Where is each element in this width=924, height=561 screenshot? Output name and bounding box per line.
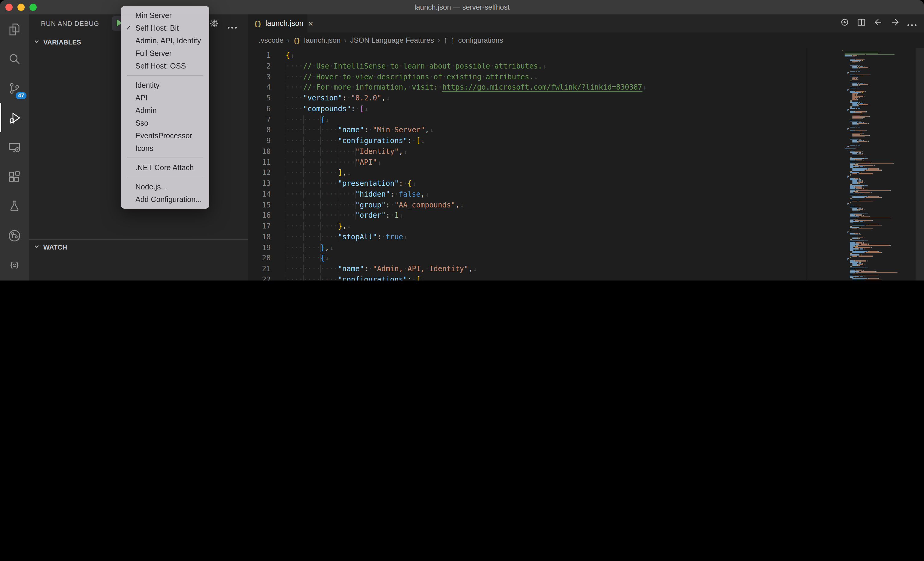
search-icon[interactable] [0, 44, 29, 73]
line-number: 20 [248, 253, 278, 264]
menu-item-label: Min Server [135, 11, 172, 19]
minimap-line [842, 154, 916, 155]
code-line[interactable]: ····//·For·more·information,·visit:·http… [286, 83, 842, 94]
back-icon[interactable] [873, 18, 883, 30]
debug-gear-icon[interactable] [209, 19, 219, 30]
minimap-line [842, 224, 916, 226]
line-number: 1 [248, 51, 278, 61]
line-number-gutter[interactable]: 1234567891011121314151617181920212223242… [248, 51, 278, 280]
git-graph-icon[interactable] [0, 221, 29, 250]
split-editor-icon[interactable] [856, 18, 866, 30]
code-line[interactable]: ················"order":·1↓ [286, 211, 842, 221]
views-more-icon[interactable] [227, 22, 237, 31]
breadcrumb-configurations[interactable]: configurations [458, 36, 503, 45]
code-line[interactable]: ············"presentation":·{↓ [286, 179, 842, 189]
menu-item-admin-api-identity[interactable]: Admin, API, Identity [121, 34, 209, 47]
menu-item-icons[interactable]: Icons [121, 142, 209, 154]
breadcrumb-launch-json[interactable]: launch.json [304, 36, 340, 45]
menu-item-full-server[interactable]: Full Server [121, 47, 209, 60]
minimap-line [842, 159, 916, 160]
minimap-line [842, 157, 916, 157]
minimap-line [842, 219, 916, 220]
minimap[interactable] [842, 51, 916, 280]
overview-ruler[interactable] [916, 48, 924, 280]
code-line[interactable]: ········{↓ [286, 253, 842, 264]
code-line[interactable]: ················"API"↓ [286, 157, 842, 168]
minimap-line [842, 53, 916, 54]
minimap-line [842, 253, 916, 254]
run-and-debug-icon[interactable] [0, 103, 29, 132]
code-line[interactable]: ············"name":·"Min·Server",↓ [286, 126, 842, 136]
watch-section-header[interactable]: WATCH [29, 240, 248, 254]
minimap-line [842, 147, 916, 148]
menu-item-identity[interactable]: Identity [121, 79, 209, 91]
code-line[interactable]: ····//·Use·IntelliSense·to·learn·about·p… [286, 61, 842, 72]
minimap-line [842, 54, 916, 55]
extensions-icon[interactable] [0, 162, 29, 191]
code-line[interactable]: ············"name":·"Admin,·API,·Identit… [286, 264, 842, 275]
code-line[interactable]: ············"configurations":·[↓ [286, 275, 842, 281]
breadcrumb-json-language-features[interactable]: JSON Language Features [350, 36, 434, 45]
minimap-line [842, 124, 916, 126]
menu-item-node-js[interactable]: Node.js... [121, 180, 209, 193]
code-line[interactable]: ················"Identity",↓ [286, 147, 842, 157]
explorer-icon[interactable] [0, 15, 29, 44]
code-line[interactable]: ········{↓ [286, 115, 842, 126]
menu-separator [127, 157, 203, 158]
minimap-line [842, 263, 916, 264]
code-line[interactable]: ············},↓ [286, 221, 842, 232]
live-share-icon[interactable] [0, 280, 29, 280]
minimap-line [842, 268, 916, 268]
minimap-line [842, 128, 916, 129]
menu-item-sso[interactable]: Sso [121, 117, 209, 129]
code-line[interactable]: ················"hidden":·false,↓ [286, 189, 842, 200]
menu-item-eventsprocessor[interactable]: EventsProcessor [121, 129, 209, 142]
minimap-line [842, 127, 916, 128]
tab-close-icon[interactable]: × [308, 19, 313, 28]
code-line[interactable]: ········},↓ [286, 242, 842, 253]
code-line[interactable]: ················"group":·"AA_compounds",… [286, 200, 842, 211]
remote-explorer-icon[interactable] [0, 132, 29, 162]
menu-item-label: Identity [135, 81, 160, 89]
menu-item-admin[interactable]: Admin [121, 104, 209, 117]
code-line[interactable]: ············"stopAll":·true↓ [286, 232, 842, 243]
minimap-line [842, 166, 916, 167]
line-number: 14 [248, 189, 278, 200]
minimap-line [842, 134, 916, 135]
forward-icon[interactable] [890, 18, 900, 30]
minimap-line [842, 200, 916, 200]
code-line[interactable]: {↓ [286, 51, 842, 61]
code-line[interactable]: ············"configurations":·[↓ [286, 136, 842, 147]
minimap-line [842, 164, 916, 165]
minimap-line [842, 132, 916, 133]
minimap-line [842, 141, 916, 142]
code-line[interactable]: ····//·Hover·to·view·descriptions·of·exi… [286, 72, 842, 83]
watch-section: WATCH [29, 239, 248, 254]
menu-item-min-server[interactable]: Min Server [121, 9, 209, 22]
test-beaker-icon[interactable] [0, 191, 29, 221]
code-line[interactable]: ············],↓ [286, 168, 842, 179]
menu-item-self-host-oss[interactable]: Self Host: OSS [121, 60, 209, 72]
tab-launch-json[interactable]: {} launch.json × [248, 15, 308, 33]
menu-item-api[interactable]: API [121, 91, 209, 104]
code-line[interactable]: ····"version":·"0.2.0",↓ [286, 93, 842, 104]
breadcrumb-vscode[interactable]: .vscode [259, 36, 284, 45]
menu-item-self-host-bit[interactable]: ✓Self Host: Bit [121, 22, 209, 34]
minimap-line [842, 205, 916, 205]
code-area[interactable]: {↓····//·Use·IntelliSense·to·learn·about… [286, 51, 842, 280]
variables-label: VARIABLES [44, 39, 81, 46]
timeline-history-icon[interactable] [840, 18, 849, 30]
menu-item-add-configuration[interactable]: Add Configuration... [121, 193, 209, 206]
minimap-line [842, 186, 916, 187]
source-control-icon[interactable]: 47 [0, 73, 29, 103]
editor-more-icon[interactable] [907, 18, 917, 29]
minimap-line [842, 201, 916, 202]
code-line[interactable]: ····"compounds":·[↓ [286, 104, 842, 115]
menu-item-net-core-attach[interactable]: .NET Core Attach [121, 161, 209, 174]
braces-extension-icon[interactable] [0, 250, 29, 280]
minimap-line [842, 138, 916, 139]
menu-separator [127, 75, 203, 76]
menu-item-label: Icons [135, 144, 153, 153]
minimap-line [842, 72, 916, 73]
minimap-line [842, 84, 916, 85]
